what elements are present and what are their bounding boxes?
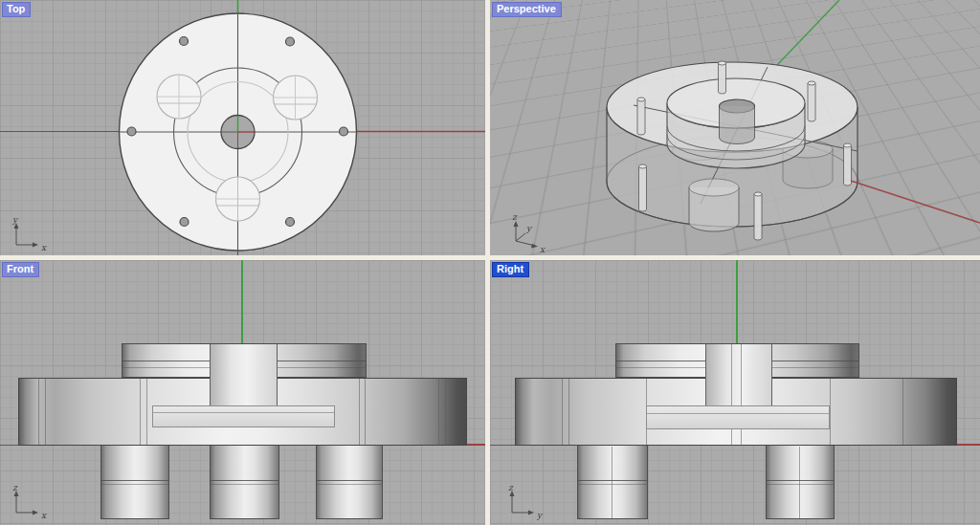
axis-letter-horizontal: x bbox=[41, 511, 47, 520]
cad-viewport-grid: Top y x bbox=[0, 0, 980, 525]
axis-letter-horizontal: y bbox=[536, 511, 544, 520]
leg-cylinder bbox=[577, 446, 648, 519]
leg-cylinder bbox=[316, 446, 383, 519]
top-view-model bbox=[0, 0, 485, 255]
axis-letter-vertical: y bbox=[11, 215, 19, 225]
leg-cylinder bbox=[766, 446, 835, 519]
perspective-view-model bbox=[490, 0, 980, 255]
viewport-top-label[interactable]: Top bbox=[2, 2, 31, 17]
axis-letter-horizontal: x bbox=[540, 245, 546, 254]
center-bore-cylinder bbox=[210, 344, 278, 405]
viewport-perspective[interactable]: Perspective z y x bbox=[490, 0, 980, 255]
axis-letter-diagonal: y bbox=[525, 224, 533, 233]
viewport-right[interactable]: Right z y bbox=[490, 260, 980, 525]
viewport-front[interactable]: Front z x bbox=[0, 260, 485, 525]
right-axis-indicator: z y bbox=[503, 482, 551, 520]
axis-letter-vertical: z bbox=[508, 483, 514, 492]
perspective-axis-indicator: z y x bbox=[503, 212, 555, 254]
leg-cylinder bbox=[210, 446, 279, 519]
mid-tier-ghost bbox=[152, 405, 335, 427]
axis-letter-vertical: z bbox=[512, 212, 518, 222]
axis-letter-horizontal: x bbox=[41, 243, 47, 252]
mid-tier-ghost bbox=[646, 405, 830, 429]
front-axis-indicator: z x bbox=[8, 482, 56, 520]
axis-letter-vertical: z bbox=[12, 483, 18, 492]
viewport-front-label[interactable]: Front bbox=[2, 262, 39, 277]
viewport-right-label[interactable]: Right bbox=[492, 262, 529, 277]
top-axis-indicator: y x bbox=[8, 214, 56, 252]
viewport-top[interactable]: Top y x bbox=[0, 0, 485, 255]
leg-cylinder bbox=[100, 446, 169, 519]
center-bore-cylinder bbox=[705, 344, 772, 405]
viewport-perspective-label[interactable]: Perspective bbox=[492, 2, 562, 17]
